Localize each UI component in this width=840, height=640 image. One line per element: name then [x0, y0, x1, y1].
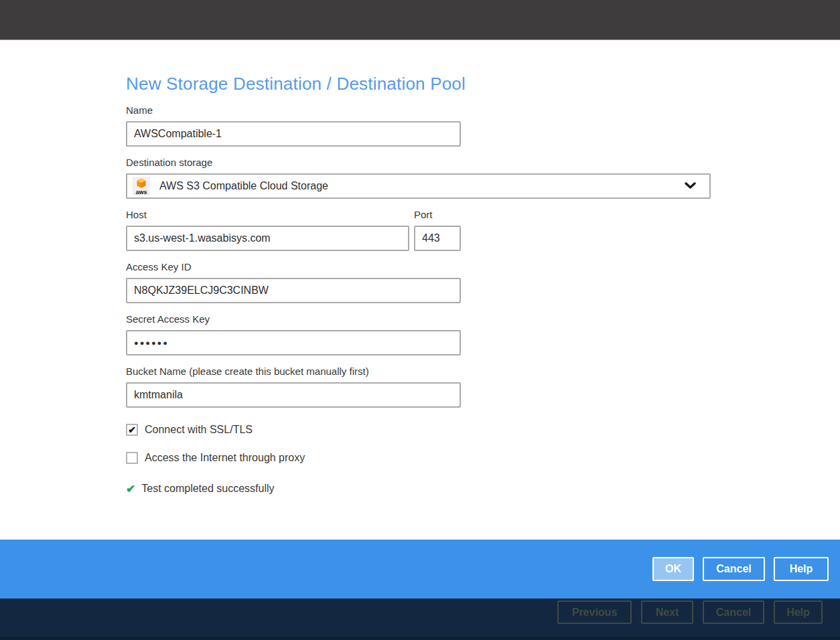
access-key-id-field: Access Key ID [126, 261, 840, 303]
destination-storage-select[interactable]: aws AWS S3 Compatible Cloud Storage [126, 173, 711, 199]
access-key-id-input[interactable] [126, 278, 461, 303]
check-icon: ✔ [126, 483, 135, 495]
dialog-footer: OK Cancel Help [0, 540, 840, 598]
page-title: New Storage Destination / Destination Po… [126, 74, 840, 94]
cancel-button[interactable]: Cancel [703, 557, 765, 581]
wizard-footer: Previous Next Cancel Help [0, 598, 840, 640]
test-status-text: Test completed successfully [141, 483, 274, 495]
aws-s3-icon: aws [133, 177, 150, 195]
ssl-checkbox-box[interactable]: ✔ [126, 424, 138, 436]
chevron-down-icon [685, 180, 696, 192]
port-label: Port [414, 209, 461, 220]
wizard-cancel-button[interactable]: Cancel [703, 601, 764, 624]
secret-access-key-input[interactable] [126, 330, 461, 355]
name-field: Name [126, 104, 840, 147]
header-bar [0, 0, 840, 40]
destination-storage-label: Destination storage [126, 157, 840, 168]
ok-button[interactable]: OK [652, 557, 694, 581]
port-input[interactable] [414, 226, 461, 251]
wizard-help-button[interactable]: Help [774, 601, 823, 624]
ssl-checkbox[interactable]: ✔ Connect with SSL/TLS [126, 424, 840, 436]
host-input[interactable] [126, 226, 409, 251]
proxy-checkbox-box[interactable] [126, 452, 138, 464]
name-input[interactable] [126, 121, 461, 147]
bucket-name-field: Bucket Name (please create this bucket m… [126, 366, 840, 408]
access-key-id-label: Access Key ID [126, 261, 840, 272]
bucket-name-label: Bucket Name (please create this bucket m… [126, 366, 840, 377]
destination-storage-value: AWS S3 Compatible Cloud Storage [159, 180, 685, 192]
help-button[interactable]: Help [774, 557, 829, 581]
destination-storage-field: Destination storage aws AWS S3 Compatibl… [126, 157, 840, 199]
previous-button[interactable]: Previous [557, 601, 632, 624]
secret-access-key-label: Secret Access Key [126, 313, 840, 325]
proxy-checkbox-label: Access the Internet through proxy [145, 452, 305, 464]
name-label: Name [126, 104, 840, 116]
host-label: Host [126, 209, 409, 220]
secret-access-key-field: Secret Access Key [126, 313, 840, 355]
aws-icon-text: aws [135, 189, 147, 195]
host-port-field: Host Port [126, 209, 840, 251]
ssl-checkbox-label: Connect with SSL/TLS [145, 424, 253, 436]
next-button[interactable]: Next [641, 601, 693, 624]
proxy-checkbox[interactable]: Access the Internet through proxy [126, 452, 840, 464]
dialog-content: New Storage Destination / Destination Po… [0, 40, 840, 540]
bucket-name-input[interactable] [126, 382, 461, 408]
test-status: ✔ Test completed successfully [126, 483, 840, 495]
